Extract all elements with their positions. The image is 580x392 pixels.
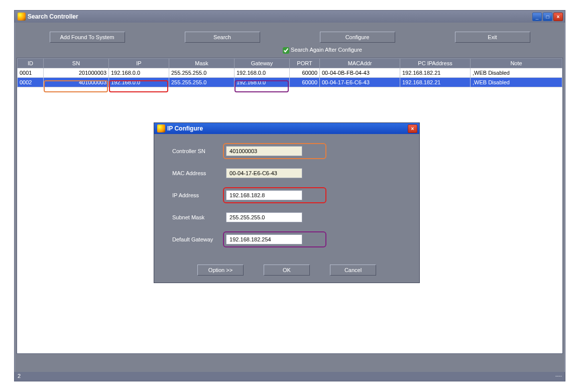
toolbar: Add Found To System Search Configure Exi… bbox=[15, 23, 565, 47]
table-header-row: ID SN IP Mask Gateway PORT MACAddr PC IP… bbox=[18, 58, 562, 68]
maximize-button[interactable]: □ bbox=[543, 13, 552, 21]
label-controller-sn: Controller SN bbox=[172, 148, 226, 154]
cell-sn: 401000003 bbox=[44, 77, 109, 87]
col-ip[interactable]: IP bbox=[109, 58, 169, 68]
cell-port: 60000 bbox=[290, 68, 320, 77]
cell-note: ,WEB Disabled bbox=[471, 68, 562, 77]
table-row[interactable]: 0001 201000003 192.168.0.0 255.255.255.0… bbox=[18, 68, 562, 77]
row-default-gateway: Default Gateway bbox=[172, 234, 401, 244]
input-controller-sn[interactable] bbox=[226, 146, 302, 156]
cell-note: ,WEB Disabled bbox=[471, 77, 562, 87]
statusbar: 2 ---- bbox=[15, 372, 565, 381]
cell-mac: 00-04-17-E6-C6-43 bbox=[320, 77, 400, 87]
window-title: Search Controller bbox=[28, 13, 78, 20]
cell-port: 60000 bbox=[290, 77, 320, 87]
dialog-buttons: Option >> OK Cancel bbox=[154, 262, 419, 283]
cell-ip: 192.168.0.0 bbox=[109, 68, 169, 77]
row-mac-address: MAC Address bbox=[172, 168, 401, 178]
cell-mask: 255.255.255.0 bbox=[169, 77, 235, 87]
window-controls: _ □ × bbox=[532, 13, 563, 21]
label-mac-address: MAC Address bbox=[172, 170, 226, 176]
col-pcip[interactable]: PC IPAddress bbox=[400, 58, 471, 68]
label-subnet-mask: Subnet Mask bbox=[172, 214, 226, 220]
dialog-close-button[interactable]: × bbox=[408, 124, 417, 133]
cell-gateway: 192.168.0.0 bbox=[235, 68, 290, 77]
col-port[interactable]: PORT bbox=[290, 58, 320, 68]
app-icon bbox=[18, 13, 26, 21]
col-note[interactable]: Note bbox=[471, 58, 562, 68]
close-button[interactable]: × bbox=[553, 13, 563, 21]
label-ip-address: IP Address bbox=[172, 192, 226, 198]
search-button[interactable]: Search bbox=[185, 32, 260, 43]
cell-id: 0002 bbox=[18, 77, 44, 87]
checkbox-row: Search Again After Configure bbox=[80, 47, 565, 58]
search-again-label: Search Again After Configure bbox=[291, 47, 362, 53]
row-controller-sn: Controller SN bbox=[172, 146, 401, 156]
input-ip-address[interactable] bbox=[226, 190, 302, 200]
search-again-checkbox[interactable] bbox=[283, 47, 289, 54]
option-button[interactable]: Option >> bbox=[197, 265, 244, 276]
col-mac[interactable]: MACAddr bbox=[320, 58, 400, 68]
cell-sn: 201000003 bbox=[44, 68, 109, 77]
cell-ip: 192.168.0.0 bbox=[109, 77, 169, 87]
table-row[interactable]: 0002 401000003 192.168.0.0 255.255.255.0… bbox=[18, 77, 562, 87]
results-table: ID SN IP Mask Gateway PORT MACAddr PC IP… bbox=[17, 58, 562, 87]
col-mask[interactable]: Mask bbox=[169, 58, 235, 68]
status-right: ---- bbox=[555, 373, 562, 380]
cell-pcip: 192.168.182.21 bbox=[400, 68, 471, 77]
exit-button[interactable]: Exit bbox=[455, 32, 530, 43]
minimize-button[interactable]: _ bbox=[532, 13, 542, 21]
input-mac-address[interactable] bbox=[226, 168, 302, 178]
dialog-body: Controller SN MAC Address IP Address Sub… bbox=[154, 134, 419, 262]
row-ip-address: IP Address bbox=[172, 190, 401, 200]
status-left: 2 bbox=[18, 373, 21, 380]
cell-pcip: 192.168.182.21 bbox=[400, 77, 471, 87]
dialog-title: IP Configure bbox=[167, 125, 203, 132]
col-sn[interactable]: SN bbox=[44, 58, 109, 68]
cancel-button[interactable]: Cancel bbox=[330, 265, 376, 276]
label-default-gateway: Default Gateway bbox=[172, 236, 226, 242]
col-id[interactable]: ID bbox=[18, 58, 44, 68]
titlebar: Search Controller _ □ × bbox=[15, 11, 565, 23]
ip-configure-dialog: IP Configure × Controller SN MAC Address… bbox=[154, 122, 420, 283]
col-gateway[interactable]: Gateway bbox=[235, 58, 290, 68]
add-found-button[interactable]: Add Found To System bbox=[50, 32, 125, 43]
input-default-gateway[interactable] bbox=[226, 234, 302, 244]
configure-button[interactable]: Configure bbox=[320, 32, 395, 43]
cell-gateway: 192.168.0.0 bbox=[235, 77, 290, 87]
input-subnet-mask[interactable] bbox=[226, 212, 302, 222]
cell-id: 0001 bbox=[18, 68, 44, 77]
cell-mac: 00-04-0B-FB-04-43 bbox=[320, 68, 400, 77]
ok-button[interactable]: OK bbox=[264, 265, 310, 276]
row-subnet-mask: Subnet Mask bbox=[172, 212, 401, 222]
cell-mask: 255.255.255.0 bbox=[169, 68, 235, 77]
dialog-app-icon bbox=[157, 124, 165, 133]
dialog-titlebar: IP Configure × bbox=[154, 123, 419, 134]
